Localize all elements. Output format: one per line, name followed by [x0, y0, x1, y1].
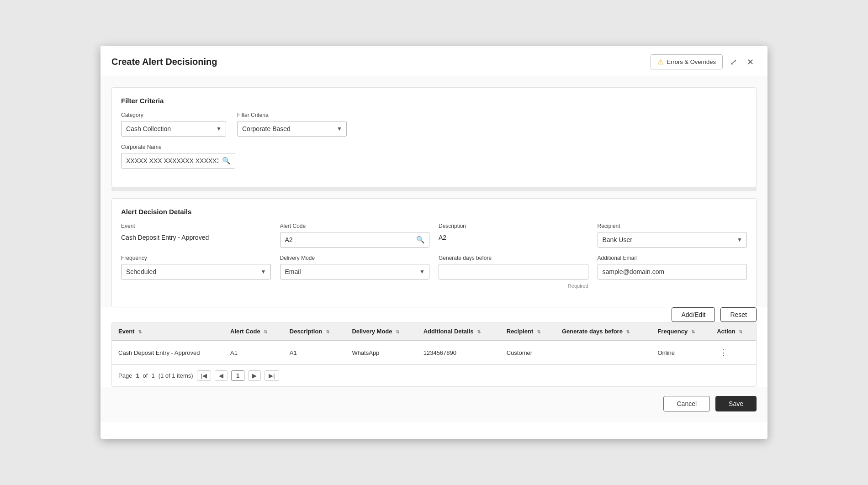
additional-details-sort-icon[interactable]: ⇅ — [477, 329, 481, 334]
description-group: Description A2 — [439, 223, 588, 248]
corporate-name-search-icon[interactable]: 🔍 — [222, 157, 231, 165]
frequency-sort-icon[interactable]: ⇅ — [691, 329, 695, 334]
category-select[interactable]: Cash Collection — [121, 121, 226, 137]
col-delivery-mode: Delivery Mode ⇅ — [345, 322, 417, 341]
close-icon: ✕ — [747, 58, 754, 67]
modal-title: Create Alert Decisioning — [111, 57, 217, 67]
event-group: Event Cash Deposit Entry - Approved — [121, 223, 271, 248]
table-row: Cash Deposit Entry - ApprovedA1A1WhatsAp… — [112, 341, 756, 364]
col-description: Description ⇅ — [283, 322, 346, 341]
event-value: Cash Deposit Entry - Approved — [121, 232, 271, 241]
description-sort-icon[interactable]: ⇅ — [326, 329, 329, 334]
save-button[interactable]: Save — [715, 396, 757, 411]
filter-criteria-title: Filter Criteria — [121, 97, 747, 105]
table-header: Event ⇅ Alert Code ⇅ Description ⇅ Deliv… — [112, 322, 756, 341]
additional-email-input[interactable] — [598, 264, 747, 279]
table-body: Cash Deposit Entry - ApprovedA1A1WhatsAp… — [112, 341, 756, 364]
errors-overrides-button[interactable]: ⚠ Errors & Overrides — [651, 54, 723, 69]
table-cell: Online — [651, 341, 710, 364]
recipient-select[interactable]: Bank User — [598, 232, 747, 248]
required-note: Required — [439, 283, 588, 289]
reset-button[interactable]: Reset — [720, 307, 757, 322]
table-cell: A1 — [283, 341, 346, 364]
recipient-sort-icon[interactable]: ⇅ — [537, 329, 540, 334]
corporate-name-input[interactable] — [121, 153, 235, 169]
table-cell: WhatsApp — [345, 341, 417, 364]
alert-code-label: Alert Code — [280, 223, 430, 229]
description-value: A2 — [439, 232, 588, 241]
category-label: Category — [121, 112, 226, 118]
category-select-wrapper: Cash Collection ▼ — [121, 121, 226, 137]
col-generate-days: Generate days before ⇅ — [556, 322, 651, 341]
cancel-button[interactable]: Cancel — [663, 396, 710, 411]
filter-criteria-group: Filter Criteria Corporate Based ▼ — [237, 112, 347, 137]
modal-body: Filter Criteria Category Cash Collection… — [101, 76, 767, 307]
col-frequency: Frequency ⇅ — [651, 322, 710, 341]
data-table: Event ⇅ Alert Code ⇅ Description ⇅ Deliv… — [111, 322, 757, 387]
col-action: Action ⇅ — [710, 322, 756, 341]
prev-page-button[interactable]: ◀ — [215, 370, 228, 381]
last-page-button[interactable]: ▶| — [265, 370, 279, 381]
items-info: (1 of 1 items) — [159, 372, 193, 379]
delivery-mode-sort-icon[interactable]: ⇅ — [396, 329, 399, 334]
row-action-button[interactable]: ⋮ — [717, 347, 730, 358]
corporate-name-input-wrapper: 🔍 — [121, 153, 235, 169]
corporate-name-label: Corporate Name — [121, 144, 235, 150]
pagination-row: Page 1 of 1 (1 of 1 items) |◀ ◀ 1 ▶ ▶| — [112, 364, 756, 386]
table-cell: Customer — [500, 341, 556, 364]
header-actions: ⚠ Errors & Overrides ⤢ ✕ — [651, 54, 757, 69]
errors-btn-label: Errors & Overrides — [667, 58, 716, 65]
event-sort-icon[interactable]: ⇅ — [138, 329, 142, 334]
close-button[interactable]: ✕ — [744, 55, 757, 69]
page-label: Page — [118, 372, 132, 379]
col-recipient: Recipient ⇅ — [500, 322, 556, 341]
frequency-select-wrapper: Scheduled ▼ — [121, 264, 271, 279]
current-page-box[interactable]: 1 — [231, 370, 244, 381]
delivery-mode-select[interactable]: Email — [280, 264, 430, 279]
alert-decision-title: Alert Decision Details — [121, 208, 747, 216]
table-cell: 1234567890 — [417, 341, 500, 364]
generate-days-sort-icon[interactable]: ⇅ — [626, 329, 630, 334]
next-page-button[interactable]: ▶ — [248, 370, 261, 381]
col-alert-code: Alert Code ⇅ — [224, 322, 283, 341]
frequency-label: Frequency — [121, 255, 271, 261]
alert-code-group: Alert Code 🔍 — [280, 223, 430, 248]
add-edit-button[interactable]: Add/Edit — [672, 307, 715, 322]
category-group: Category Cash Collection ▼ — [121, 112, 226, 137]
footer-actions: Cancel Save — [101, 387, 767, 422]
table-container: Event ⇅ Alert Code ⇅ Description ⇅ Deliv… — [101, 322, 767, 387]
filter-row-2: Corporate Name 🔍 — [121, 144, 747, 169]
warning-icon: ⚠ — [657, 58, 664, 66]
recipient-group: Recipient Bank User ▼ — [598, 223, 747, 248]
filter-criteria-select-wrapper: Corporate Based ▼ — [237, 121, 347, 137]
alert-code-input-wrapper: 🔍 — [280, 232, 430, 248]
additional-email-group: Additional Email — [598, 255, 747, 289]
filter-criteria-select[interactable]: Corporate Based — [237, 121, 347, 137]
of-label: of — [143, 372, 148, 379]
col-additional-details: Additional Details ⇅ — [417, 322, 500, 341]
frequency-select[interactable]: Scheduled — [121, 264, 271, 279]
first-page-button[interactable]: |◀ — [197, 370, 211, 381]
table-cell — [556, 341, 651, 364]
modal-container: Create Alert Decisioning ⚠ Errors & Over… — [101, 46, 767, 439]
expand-button[interactable]: ⤢ — [727, 55, 740, 69]
filter-criteria-label: Filter Criteria — [237, 112, 347, 118]
delivery-mode-label: Delivery Mode — [280, 255, 430, 261]
generate-days-label: Generate days before — [439, 255, 588, 261]
alert-decision-section: Alert Decision Details Event Cash Deposi… — [111, 198, 757, 307]
action-buttons-row: Add/Edit Reset — [101, 307, 767, 322]
description-label: Description — [439, 223, 588, 229]
page-total: 1 — [151, 372, 154, 379]
generate-days-group: Generate days before Required — [439, 255, 588, 289]
alert-code-sort-icon[interactable]: ⇅ — [264, 329, 267, 334]
generate-days-input[interactable] — [439, 264, 588, 279]
page-current: 1 — [136, 372, 139, 379]
modal-header: Create Alert Decisioning ⚠ Errors & Over… — [101, 46, 767, 76]
table-cell: Cash Deposit Entry - Approved — [112, 341, 224, 364]
alert-code-search-icon[interactable]: 🔍 — [416, 236, 425, 244]
action-sort-icon[interactable]: ⇅ — [739, 329, 742, 334]
alert-row-1: Event Cash Deposit Entry - Approved Aler… — [121, 223, 747, 248]
alert-code-input[interactable] — [280, 232, 430, 248]
recipient-select-wrapper: Bank User ▼ — [598, 232, 747, 248]
delivery-mode-group: Delivery Mode Email ▼ — [280, 255, 430, 289]
